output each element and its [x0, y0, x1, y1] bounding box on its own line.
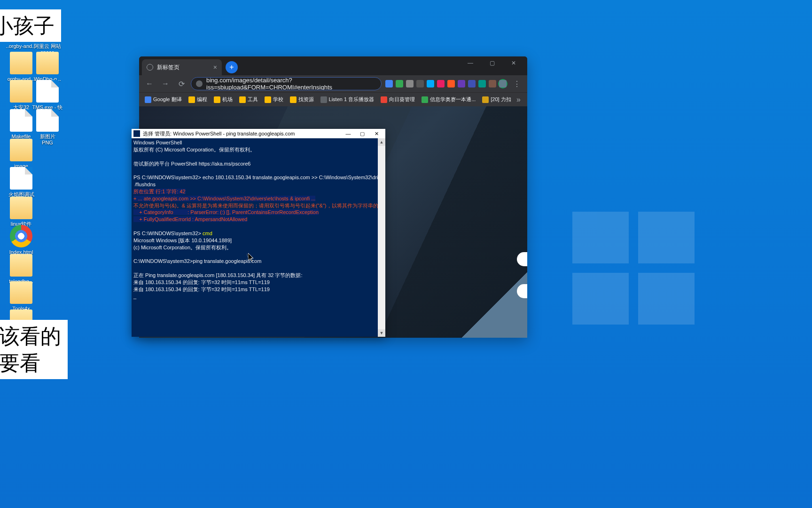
- bookmark-label: 学校: [273, 96, 283, 103]
- bookmark-item[interactable]: [20] 力扣（LeetCo...: [479, 94, 511, 105]
- extension-icon[interactable]: [395, 79, 404, 88]
- file-icon: [36, 80, 59, 103]
- terminal-line: 尝试新的跨平台 PowerShell https://aka.ms/pscore…: [133, 160, 383, 167]
- desktop-icon[interactable]: Index.html: [5, 225, 38, 255]
- side-pill-2[interactable]: [517, 284, 527, 298]
- bookmark-label: Google 翻译: [153, 96, 182, 103]
- file-icon: [36, 109, 59, 132]
- extension-icon[interactable]: [488, 79, 497, 88]
- file-icon: [10, 109, 32, 132]
- bookmark-item[interactable]: Google 翻译: [142, 94, 185, 105]
- terminal-line: Microsoft Windows [版本 10.0.19044.1889]: [133, 237, 383, 244]
- terminal-line: 来自 180.163.150.34 的回复: 字节=32 时间=11ms TTL…: [133, 279, 383, 286]
- bookmarks-overflow[interactable]: »: [513, 94, 524, 106]
- bookmark-favicon: [381, 96, 387, 103]
- bookmark-label: 向日葵管理: [389, 96, 415, 103]
- folder-icon: [10, 281, 32, 304]
- desktop-icon[interactable]: linux软件: [5, 197, 38, 227]
- chrome-toolbar: ← → ⟳ bing.com/images/detail/search?iss=…: [139, 75, 527, 92]
- bookmark-label: 机场: [222, 96, 233, 103]
- chrome-menu-button[interactable]: ⋮: [510, 77, 523, 90]
- maximize-button[interactable]: ▢: [481, 56, 503, 70]
- folder-icon: [10, 197, 32, 219]
- extension-icon[interactable]: [405, 79, 414, 88]
- ps-close-button[interactable]: ✕: [369, 131, 383, 137]
- windows-logo-wallpaper: [572, 212, 695, 334]
- bookmark-label: 信息学奥赛一本通...: [430, 96, 476, 103]
- bookmark-label: 工具: [248, 96, 258, 103]
- terminal-line: 来自 180.163.150.34 的回复: 字节=32 时间=11ms TTL…: [133, 286, 383, 293]
- bookmark-item[interactable]: Listen 1 音乐播放器: [318, 94, 377, 105]
- bookmark-item[interactable]: 信息学奥赛一本通...: [419, 94, 478, 105]
- terminal-line: _: [133, 293, 383, 300]
- powershell-output[interactable]: Windows PowerShell版权所有 (C) Microsoft Cor…: [132, 138, 385, 337]
- extension-icon[interactable]: [457, 79, 466, 88]
- bookmark-item[interactable]: 学校: [262, 94, 286, 105]
- bookmark-favicon: [422, 96, 428, 103]
- bookmark-favicon: [290, 96, 297, 103]
- url-text: bing.com/images/detail/search?iss=sbiupl…: [206, 77, 376, 90]
- terminal-line: /flushdns: [133, 181, 383, 188]
- file-icon: [10, 167, 32, 190]
- extension-icon[interactable]: [426, 79, 435, 88]
- chrome-icon: [10, 225, 32, 247]
- forward-button[interactable]: →: [159, 77, 172, 90]
- site-info-icon[interactable]: [196, 80, 203, 87]
- terminal-line: [133, 153, 383, 160]
- extension-icon[interactable]: [498, 79, 508, 88]
- bookmark-item[interactable]: 向日葵管理: [378, 94, 418, 105]
- extension-icon[interactable]: [415, 79, 425, 88]
- bookmark-label: 找资源: [298, 96, 314, 103]
- overlay-text-top: 小孩子: [0, 9, 61, 42]
- folder-icon: [10, 139, 32, 161]
- back-button[interactable]: ←: [143, 77, 156, 90]
- extension-icon[interactable]: [446, 79, 456, 88]
- terminal-line: PS C:\WINDOWS\system32> echo 180.163.150…: [133, 174, 383, 181]
- terminal-line: C:\WINDOWS\system32>ping translate.googl…: [133, 258, 383, 265]
- extension-icon[interactable]: [436, 79, 445, 88]
- bookmark-favicon: [482, 96, 489, 103]
- address-bar[interactable]: bing.com/images/detail/search?iss=sbiupl…: [191, 77, 382, 90]
- terminal-line: 正在 Ping translate.googleapis.com [180.16…: [133, 272, 383, 279]
- bookmark-item[interactable]: 编程: [186, 94, 210, 105]
- terminal-line: 不允许使用与号(&)。& 运算符是为将来使用而保留的；请用双引号将与号引起来("…: [133, 202, 383, 209]
- ps-minimize-button[interactable]: —: [341, 131, 355, 137]
- powershell-scrollbar[interactable]: ▲ ▼: [378, 138, 385, 337]
- desktop-icon[interactable]: WinDbg-g...: [31, 52, 64, 82]
- browser-tab[interactable]: 新标签页 ×: [142, 59, 222, 75]
- chrome-window-controls: — ▢ ✕: [460, 56, 524, 70]
- tab-title: 新标签页: [157, 64, 180, 71]
- desktop-icon[interactable]: Tools4x: [5, 281, 38, 312]
- folder-icon: [36, 52, 59, 74]
- close-button[interactable]: ✕: [503, 56, 524, 70]
- new-tab-button[interactable]: +: [226, 61, 238, 73]
- ps-maximize-button[interactable]: ▢: [355, 131, 369, 137]
- scroll-up-icon[interactable]: ▲: [378, 138, 385, 146]
- bookmark-favicon: [188, 96, 195, 103]
- extension-icon[interactable]: [467, 79, 476, 88]
- chrome-tabstrip: 新标签页 × + — ▢ ✕: [139, 56, 527, 75]
- folder-icon: [10, 80, 32, 103]
- minimize-button[interactable]: —: [460, 56, 481, 70]
- bookmark-item[interactable]: 找资源: [287, 94, 317, 105]
- bookmark-item[interactable]: 工具: [236, 94, 261, 105]
- bookmark-favicon: [214, 96, 220, 103]
- bookmark-label: 编程: [197, 96, 207, 103]
- extension-icon[interactable]: [384, 79, 394, 88]
- reload-button[interactable]: ⟳: [175, 77, 188, 90]
- bookmark-item[interactable]: 机场: [211, 94, 235, 105]
- terminal-line: + ... ate.googleapis.com >> C:\Windows\S…: [133, 195, 383, 202]
- tab-close-icon[interactable]: ×: [213, 64, 217, 71]
- desktop-icon[interactable]: image: [5, 139, 38, 169]
- terminal-line: 所在位置 行:1 字符: 42: [133, 188, 383, 195]
- desktop-icon[interactable]: telegdbg...: [5, 254, 38, 285]
- powershell-titlebar[interactable]: 选择 管理员: Windows PowerShell - ping transl…: [132, 129, 385, 138]
- extension-icon[interactable]: [477, 79, 487, 88]
- terminal-line: (c) Microsoft Corporation。保留所有权利。: [133, 244, 383, 251]
- scroll-down-icon[interactable]: ▼: [378, 329, 385, 337]
- terminal-line: [133, 251, 383, 258]
- folder-icon: [10, 52, 32, 74]
- terminal-line: 版权所有 (C) Microsoft Corporation。保留所有权利。: [133, 146, 383, 153]
- bookmark-label: [20] 力扣（LeetCo...: [491, 96, 511, 103]
- side-pill-1[interactable]: [517, 252, 527, 266]
